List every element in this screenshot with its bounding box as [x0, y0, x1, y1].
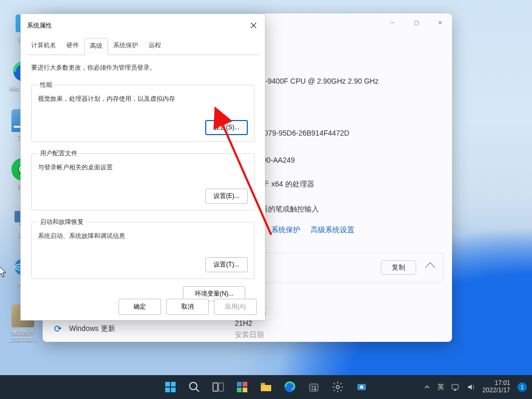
network-tray-icon[interactable]	[451, 383, 460, 391]
svg-rect-11	[165, 388, 170, 392]
profile-group: 用户配置文件 与登录帐户相关的桌面设置 设置(E)...	[31, 149, 255, 210]
store-button[interactable]	[303, 377, 324, 397]
performance-group: 性能 视觉效果，处理器计划，内存使用，以及虚拟内存 设置(S)...	[31, 81, 255, 142]
ime-indicator[interactable]: 英	[437, 382, 444, 392]
desktop-icon-label: 微信图片_2021091...	[4, 329, 42, 343]
close-button[interactable]: ✕	[428, 14, 452, 31]
svg-point-30	[360, 385, 363, 389]
svg-rect-15	[213, 383, 218, 391]
svg-line-14	[196, 389, 199, 392]
svg-rect-21	[261, 383, 265, 385]
svg-rect-31	[452, 384, 458, 389]
dialog-title: 系统属性	[27, 21, 52, 30]
svg-rect-12	[171, 388, 176, 392]
task-view-button[interactable]	[208, 377, 229, 397]
startup-desc: 系统启动、系统故障和调试信息	[38, 232, 248, 241]
svg-rect-16	[219, 383, 223, 391]
update-icon	[54, 323, 62, 335]
tab-advanced[interactable]: 高级	[84, 38, 108, 55]
ok-button[interactable]: 确定	[118, 299, 161, 315]
performance-desc: 视觉效果，处理器计划，内存使用，以及虚拟内存	[38, 95, 248, 103]
sidebar-item-label: Windows 更新	[69, 324, 115, 334]
performance-legend: 性能	[38, 81, 55, 89]
tabs: 计算机名 硬件 高级 系统保护 远程	[26, 38, 260, 55]
notification-badge[interactable]: 1	[517, 382, 527, 392]
profile-legend: 用户配置文件	[38, 149, 79, 158]
tray-chevron-icon[interactable]	[424, 384, 430, 390]
volume-tray-icon[interactable]	[467, 383, 475, 391]
startup-group: 启动和故障恢复 系统启动、系统故障和调试信息 设置(T)...	[31, 218, 255, 279]
chevron-up-icon	[425, 262, 435, 273]
taskbar-clock[interactable]: 17:01 2022/1/17	[483, 380, 510, 394]
tab-computer-name[interactable]: 计算机名	[26, 38, 61, 55]
tab-system-protection[interactable]: 系统保护	[108, 38, 143, 55]
svg-point-13	[190, 382, 197, 390]
tab-hardware[interactable]: 硬件	[61, 38, 84, 55]
file-explorer-button[interactable]	[256, 377, 276, 397]
close-button[interactable]	[247, 19, 260, 32]
sidebar-item-windows-update[interactable]: Windows 更新	[48, 319, 122, 339]
maximize-button[interactable]: ▢	[404, 14, 428, 31]
search-button[interactable]	[184, 377, 205, 397]
svg-rect-17	[237, 382, 242, 387]
system-properties-dialog[interactable]: 系统属性 计算机名 硬件 高级 系统保护 远程 要进行大多数更改，你必须作为管理…	[20, 14, 265, 321]
link-system-protect[interactable]: 系统保护	[271, 225, 300, 235]
minimize-button[interactable]: ─	[380, 14, 404, 31]
svg-rect-19	[237, 388, 242, 392]
svg-rect-20	[243, 388, 247, 392]
edge-taskbar-button[interactable]	[280, 377, 300, 397]
install-date-label: 安装日期	[235, 330, 264, 339]
profile-settings-button[interactable]: 设置(E)...	[205, 189, 248, 204]
widgets-button[interactable]	[232, 377, 252, 397]
profile-desc: 与登录帐户相关的桌面设置	[38, 163, 248, 172]
start-button[interactable]	[160, 377, 181, 397]
apply-button[interactable]: 应用(A)	[214, 299, 257, 315]
svg-rect-24	[312, 386, 313, 388]
svg-rect-23	[310, 384, 318, 391]
startup-legend: 启动和故障恢复	[38, 218, 86, 227]
titlebar[interactable]: 系统属性	[21, 14, 265, 36]
copy-button[interactable]: 复制	[381, 260, 416, 275]
app-taskbar-button[interactable]	[351, 377, 372, 397]
taskbar[interactable]: 英 17:01 2022/1/17 1	[0, 375, 532, 399]
svg-rect-18	[243, 382, 247, 387]
performance-settings-button[interactable]: 设置(S)...	[205, 120, 248, 135]
svg-point-28	[336, 385, 339, 389]
cancel-button[interactable]: 取消	[166, 299, 209, 315]
time-label: 17:01	[495, 380, 510, 387]
settings-taskbar-button[interactable]	[327, 377, 348, 397]
svg-rect-10	[171, 382, 176, 387]
link-advanced-system[interactable]: 高级系统设置	[311, 225, 354, 235]
admin-note: 要进行大多数更改，你必须作为管理员登录。	[31, 63, 255, 72]
tab-remote[interactable]: 远程	[143, 38, 166, 55]
svg-rect-27	[314, 389, 316, 390]
date-label: 2022/1/17	[483, 387, 510, 394]
startup-settings-button[interactable]: 设置(T)...	[205, 257, 248, 272]
svg-rect-9	[165, 382, 170, 387]
svg-rect-26	[312, 389, 313, 390]
svg-rect-32	[454, 390, 456, 391]
svg-rect-25	[314, 386, 316, 388]
